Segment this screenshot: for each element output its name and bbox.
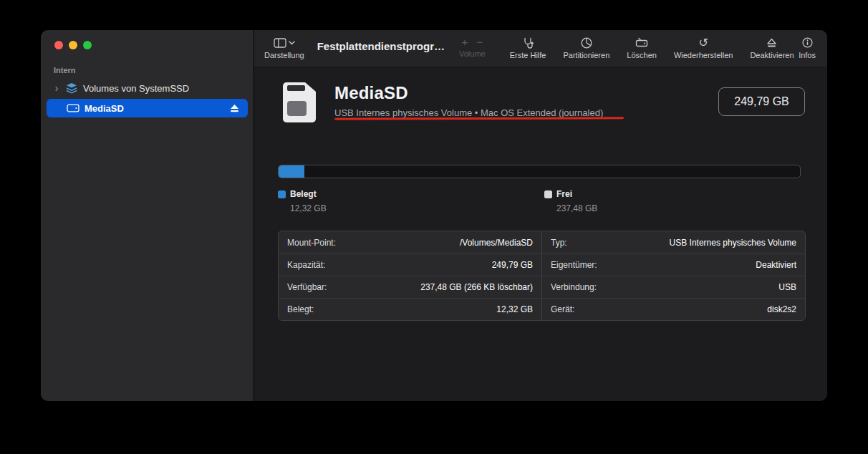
detail-row-typ: Typ: USB Internes physisches Volume — [542, 231, 805, 253]
info-button[interactable]: Infos — [799, 36, 816, 59]
chevron-down-icon — [289, 41, 295, 45]
free-value: 237,48 GB — [556, 203, 597, 213]
view-menu-button[interactable]: Darstellung — [264, 36, 304, 59]
usage-bar — [278, 165, 801, 178]
sidebar-section-intern: Intern — [54, 66, 254, 74]
sidebar-item-label: Volumes von SystemSSD — [83, 83, 189, 94]
usage-bar-fill — [279, 165, 304, 178]
legend-free: Frei 237,48 GB — [544, 189, 597, 213]
add-volume-button[interactable]: + — [462, 36, 468, 48]
view-menu-label: Darstellung — [264, 51, 304, 59]
desktop: Intern › Volumes von SystemSSD — [0, 0, 868, 454]
size-badge: 249,79 GB — [718, 87, 805, 116]
detail-row-verfuegbar: Verfügbar: 237,48 GB (266 KB löschbar) — [279, 276, 541, 298]
eject-icon[interactable] — [230, 105, 239, 112]
free-label: Frei — [556, 189, 572, 199]
detail-row-kapazitaet: Kapazität: 249,79 GB — [279, 253, 541, 276]
free-swatch — [544, 190, 552, 198]
volume-stack-icon — [65, 82, 78, 94]
details-right-column: Typ: USB Internes physisches Volume Eige… — [541, 231, 805, 320]
window-controls — [54, 41, 92, 49]
main-pane: Darstellung Festplattendienstprogr… + − … — [254, 30, 827, 401]
remove-volume-button[interactable]: − — [476, 36, 483, 48]
detail-row-geraet: Gerät: disk2s2 — [542, 298, 805, 320]
volume-header: MediaSD USB Internes physisches Volume •… — [334, 83, 603, 118]
toolbar: Darstellung Festplattendienstprogr… + − … — [254, 30, 827, 67]
details-left-column: Mount-Point: /Volumes/MediaSD Kapazität:… — [279, 231, 541, 320]
unmount-eject-icon — [766, 36, 777, 49]
erase-button[interactable]: Löschen — [627, 36, 657, 59]
detail-row-mount-point: Mount-Point: /Volumes/MediaSD — [279, 231, 541, 253]
restore-arrow-icon: ↺ — [698, 36, 708, 49]
zoom-button[interactable] — [83, 41, 92, 49]
unmount-button[interactable]: Deaktivieren — [750, 36, 794, 59]
sidebar-item-volumes-von-systemssd[interactable]: › Volumes von SystemSSD — [52, 79, 254, 97]
detail-row-verbindung: Verbindung: USB — [542, 276, 805, 298]
used-swatch — [278, 190, 286, 198]
sd-card-icon — [281, 82, 317, 123]
window-title: Festplattendienstprogr… — [317, 40, 445, 52]
used-label: Belegt — [290, 189, 317, 199]
detail-row-eigentuemer: Eigentümer: Deaktiviert — [542, 253, 805, 276]
sidebar-item-mediasd[interactable]: MediaSD — [47, 99, 248, 117]
info-icon — [801, 36, 814, 49]
first-aid-button[interactable]: Erste Hilfe — [510, 36, 546, 59]
detail-row-belegt: Belegt: 12,32 GB — [279, 298, 541, 320]
partition-button[interactable]: Partitionieren — [563, 36, 609, 59]
erase-disk-icon — [635, 36, 648, 49]
disk-icon — [67, 103, 79, 113]
sidebar-view-icon — [274, 38, 286, 48]
restore-button[interactable]: ↺ Wiederherstellen — [674, 36, 733, 59]
partition-pie-icon — [580, 36, 593, 49]
minimize-button[interactable] — [69, 41, 77, 49]
volume-group-label: Volume — [459, 49, 486, 58]
first-aid-icon — [521, 36, 534, 49]
close-button[interactable] — [54, 41, 63, 49]
annotation-underline — [334, 117, 624, 120]
sidebar: Intern › Volumes von SystemSSD — [41, 30, 254, 401]
volume-add-remove-group: + − Volume — [459, 36, 486, 58]
disk-utility-window: Intern › Volumes von SystemSSD — [41, 30, 827, 401]
used-value: 12,32 GB — [290, 203, 327, 213]
chevron-right-icon[interactable]: › — [52, 83, 61, 93]
legend-used: Belegt 12,32 GB — [278, 189, 327, 213]
volume-title: MediaSD — [334, 83, 603, 103]
details-table: Mount-Point: /Volumes/MediaSD Kapazität:… — [278, 231, 806, 321]
content-area: MediaSD USB Internes physisches Volume •… — [254, 67, 827, 401]
sidebar-item-label: MediaSD — [85, 103, 124, 114]
